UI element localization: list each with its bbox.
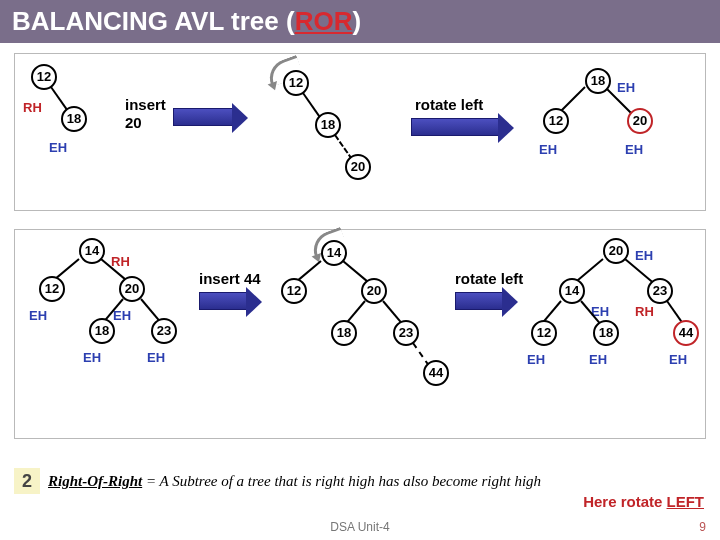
lbl-eh-18c: EH [589,352,607,367]
node-18a: 18 [89,318,115,344]
case-number: 2 [14,468,40,494]
label-eh: EH [49,140,67,155]
node-12b2: 12 [281,278,307,304]
arrow-1 [173,108,233,126]
insert-label-2: insert 44 [199,270,261,287]
node-12c2: 12 [531,320,557,346]
lbl-rh-a: RH [111,254,130,269]
arrow-4 [455,292,503,310]
rotate-pre: Here rotate [583,493,666,510]
node-12b: 12 [283,70,309,96]
lbl-eh-a4: EH [147,350,165,365]
label-eh-top: EH [617,80,635,95]
example-panel-2: 14 RH 12 20 EH EH 18 23 EH EH insert 44 … [14,229,706,439]
label-rh: RH [23,100,42,115]
node-18b2: 18 [331,320,357,346]
rotate-label-1: rotate left [415,96,483,113]
insert-value-1: 20 [125,114,142,131]
label-eh-r: EH [625,142,643,157]
slide-title: BALANCING AVL tree (ROR) [0,0,720,43]
case-note: Right-Of-Right = A Subtree of a tree tha… [48,473,541,490]
node-44b: 44 [423,360,449,386]
node-23b2: 23 [393,320,419,346]
rotate-label-2: rotate left [455,270,523,287]
footer-text: DSA Unit-4 [0,520,720,534]
node-12: 12 [31,64,57,90]
lbl-eh-top2: EH [635,248,653,263]
title-ror: ROR [295,6,353,36]
title-post: ) [352,6,361,36]
note-underline: Right-Of-Right [48,473,142,489]
label-eh-l: EH [539,142,557,157]
lbl-eh-44c: EH [669,352,687,367]
node-44c: 44 [673,320,699,346]
node-12a: 12 [39,276,65,302]
node-23c: 23 [647,278,673,304]
node-18c2: 18 [593,320,619,346]
rotate-word: LEFT [667,493,705,510]
lbl-eh-12c: EH [527,352,545,367]
lbl-eh-a2: EH [113,308,131,323]
example-panel-1: 12 RH 18 EH insert 20 12 18 20 rotate le… [14,53,706,211]
node-20b: 20 [345,154,371,180]
node-20c: 20 [627,108,653,134]
node-12c: 12 [543,108,569,134]
lbl-eh-a3: EH [83,350,101,365]
insert-label-1: insert [125,96,166,113]
rotate-instruction: Here rotate LEFT [583,493,704,510]
lbl-eh-a1: EH [29,308,47,323]
node-23a: 23 [151,318,177,344]
node-18b: 18 [315,112,341,138]
lbl-rh-23: RH [635,304,654,319]
slide-number: 9 [699,520,706,534]
note-rest: = A Subtree of a tree that is right high… [142,473,541,489]
arrow-2 [411,118,499,136]
arrow-3 [199,292,247,310]
title-pre: BALANCING AVL tree ( [12,6,295,36]
node-18: 18 [61,106,87,132]
